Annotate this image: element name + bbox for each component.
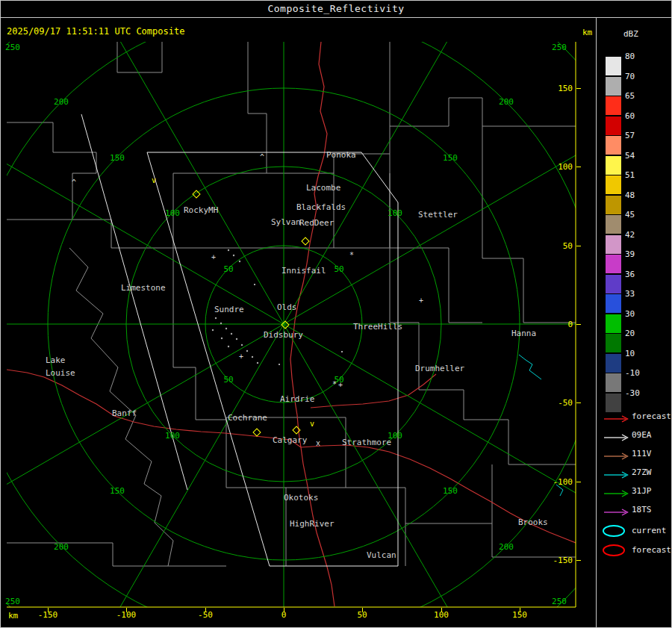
radar-echoes — [212, 249, 343, 365]
map-canvas — [1, 1, 672, 628]
county-boundaries — [7, 42, 576, 566]
coverage-outline — [81, 114, 398, 566]
rivers — [519, 355, 563, 496]
range-rings — [1, 1, 672, 628]
map-area[interactable] — [1, 1, 672, 628]
radar-app-window: Composite_Reflectivity 2025/09/17 11:51:… — [0, 0, 672, 628]
